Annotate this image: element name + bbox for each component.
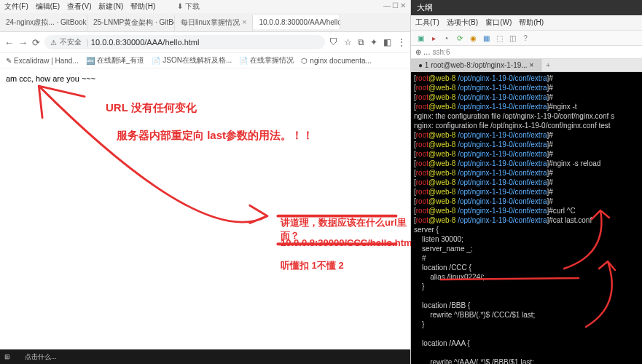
close-icon[interactable]: ✕	[400, 1, 406, 12]
page-content: am ccc, how are you ~~~ URL 没有任何变化 服务器内部…	[0, 68, 410, 349]
bookmarks-bar: ✎ Excalidraw | Hand... 🔤 在线翻译_有道 📄 JSON在…	[0, 53, 410, 68]
tool-icon[interactable]: ▸	[428, 33, 439, 43]
security-label: 不安全	[60, 37, 82, 47]
xshell-menubar: 工具(T) 选项卡(B) 窗口(W) 帮助(H)	[411, 15, 642, 31]
browser-tabs: 24-nginx虚拟... · GitBook× 25-LNMP黄金架构 · G…	[0, 13, 410, 32]
minimize-icon[interactable]: ―	[383, 1, 391, 12]
menu-view[interactable]: 查看(V)	[67, 1, 91, 12]
annotation-4: 10.0.0.8:30000/CCC/hello.html	[281, 237, 415, 248]
tab-4-active[interactable]: 10.0.0.8:30000/AAA/hello.html×	[253, 15, 340, 29]
menu-new[interactable]: 新建(N)	[98, 1, 123, 12]
terminal[interactable]: [root@web-8 /opt/nginx-1-19-0/conf/extra…	[411, 72, 642, 364]
bookmark-2[interactable]: 🔤 在线翻译_有道	[86, 55, 145, 66]
download-label: ⬇ 下载	[177, 1, 200, 12]
star-icon[interactable]: ☆	[344, 37, 352, 47]
annotation-1: URL 没有任何变化	[106, 101, 197, 115]
forward-button[interactable]: →	[18, 37, 28, 48]
page-body-text: am ccc, how are you ~~~	[6, 74, 404, 83]
annotation-5: 听懂扣 1不懂 2	[281, 259, 344, 272]
taskbar: ⊞ 点击什么...	[0, 349, 410, 364]
tool-icon[interactable]: ▦	[481, 33, 491, 43]
annotation-overlay	[0, 68, 410, 349]
start-icon[interactable]: ⊞	[4, 353, 10, 360]
tool-icon[interactable]: ▣	[415, 33, 426, 43]
bookmark-4[interactable]: 📄 在线掌握情况	[239, 55, 294, 66]
xshell-title: 大纲	[411, 0, 642, 15]
tab-3[interactable]: 每日linux掌握情况×	[175, 15, 253, 31]
bookmark-1[interactable]: ✎ Excalidraw | Hand...	[6, 55, 79, 66]
toolbar-icons: ⛉ ☆ ⧉ ✦ ◧ ⋮	[329, 37, 406, 47]
menu-help[interactable]: 帮助(H)	[519, 17, 544, 28]
menu-edit[interactable]: 编辑(E)	[36, 1, 60, 12]
tab-2[interactable]: 25-LNMP黄金架构 · GitBook×	[87, 15, 175, 31]
ext-icon[interactable]: ⧉	[358, 37, 364, 47]
window-top-menu: 文件(F) 编辑(E) 查看(V) 新建(N) 帮助(H) ⬇ 下载 ― ☐ ✕	[0, 0, 410, 13]
xshell-session-bar[interactable]: ⊕ … ssh:6	[411, 46, 642, 59]
menu-file[interactable]: 文件(F)	[4, 1, 28, 12]
tool-icon[interactable]: •	[442, 33, 452, 43]
tool-icon[interactable]: ◉	[468, 33, 478, 43]
close-icon[interactable]: ×	[243, 18, 247, 26]
url-text: 10.0.0.8:30000/AAA/hello.html	[91, 38, 200, 47]
add-tab-button[interactable]: +	[541, 59, 555, 71]
taskbar-item[interactable]: 点击什么...	[25, 352, 57, 362]
menu-help[interactable]: 帮助(H)	[130, 1, 155, 12]
shield-icon[interactable]: ⛉	[329, 37, 338, 47]
bookmark-5[interactable]: ⬡ nginx documenta...	[301, 55, 372, 66]
address-bar[interactable]: ⚠ 不安全 | 10.0.0.8:30000/AAA/hello.html	[44, 35, 325, 50]
reload-button[interactable]: ⟳	[32, 37, 40, 48]
address-bar-row: ← → ⟳ ⚠ 不安全 | 10.0.0.8:30000/AAA/hello.h…	[0, 32, 410, 53]
tool-icon[interactable]: ?	[520, 33, 531, 43]
menu-tabs[interactable]: 选项卡(B)	[447, 17, 478, 28]
puzzle-icon[interactable]: ✦	[370, 37, 377, 47]
xshell-toolbar: ▣ ▸ • ⟳ ◉ ▦ ⬚ ◫ ?	[411, 31, 642, 46]
menu-icon[interactable]: ⋮	[397, 37, 406, 47]
back-button[interactable]: ←	[4, 37, 14, 48]
xshell-tab-active[interactable]: ● 1 root@web-8:/opt/nginx-1-19... ×	[411, 59, 541, 71]
window-buttons: ― ☐ ✕	[383, 1, 406, 12]
tool-icon[interactable]: ⟳	[455, 33, 465, 43]
tool-icon[interactable]: ◫	[507, 33, 517, 43]
insecure-icon: ⚠	[50, 39, 57, 47]
menu-window[interactable]: 窗口(W)	[485, 17, 512, 28]
xshell-tabs: ● 1 root@web-8:/opt/nginx-1-19... × +	[411, 59, 642, 72]
menu-tools[interactable]: 工具(T)	[415, 17, 439, 28]
annotation-2: 服务器内部重定向 last参数的用法。！！	[117, 129, 313, 143]
xshell-window: 大纲 工具(T) 选项卡(B) 窗口(W) 帮助(H) ▣ ▸ • ⟳ ◉ ▦ …	[410, 0, 642, 364]
maximize-icon[interactable]: ☐	[392, 1, 399, 12]
tab-1[interactable]: 24-nginx虚拟... · GitBook×	[0, 15, 87, 31]
user-icon[interactable]: ◧	[383, 37, 391, 47]
browser-window: 文件(F) 编辑(E) 查看(V) 新建(N) 帮助(H) ⬇ 下载 ― ☐ ✕…	[0, 0, 410, 364]
tool-icon[interactable]: ⬚	[494, 33, 504, 43]
bookmark-3[interactable]: 📄 JSON在线解析及格...	[152, 55, 232, 66]
